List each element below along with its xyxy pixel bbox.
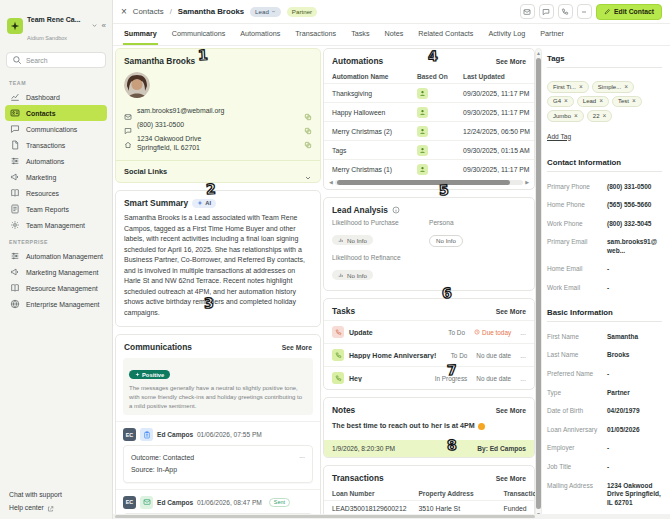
- sidebar-item-marketing[interactable]: Marketing: [5, 169, 107, 185]
- more-actions-button[interactable]: [577, 4, 592, 19]
- tab-communications[interactable]: Communications: [171, 25, 227, 45]
- vertical-scrollbar[interactable]: ▲ ▼: [535, 48, 542, 519]
- info-icon[interactable]: [392, 206, 400, 214]
- sidebar-item-automation-management[interactable]: Automation Management: [5, 248, 107, 264]
- col-header[interactable]: Transaction S: [496, 487, 535, 501]
- tab-notes[interactable]: Notes: [384, 25, 405, 45]
- tag-pill[interactable]: Test×: [612, 96, 642, 108]
- tab-summary[interactable]: Summary: [123, 25, 158, 45]
- scroll-up-icon[interactable]: ▲: [536, 49, 541, 57]
- note-text[interactable]: The best time to reach out to her is at …: [324, 419, 534, 440]
- tag-pill[interactable]: G4×: [547, 96, 574, 108]
- scrollbar-thumb[interactable]: [115, 515, 535, 518]
- tab-activity-log[interactable]: Activity Log: [487, 25, 526, 45]
- table-row[interactable]: Merry Christmas (1) 09/30/2025, 11:17 PM: [324, 160, 534, 179]
- close-icon[interactable]: ×: [121, 7, 127, 17]
- lead-status-pill[interactable]: Lead: [250, 7, 281, 17]
- remove-tag-icon[interactable]: ×: [603, 113, 607, 120]
- remove-tag-icon[interactable]: ×: [579, 84, 583, 91]
- breadcrumb-contacts[interactable]: Contacts: [133, 7, 164, 16]
- call-action-button[interactable]: [558, 4, 573, 19]
- sidebar-item-contacts[interactable]: Contacts: [5, 105, 107, 121]
- profile-address: 1234 Oakwood Drive Springfield, IL 62701: [137, 134, 299, 153]
- field-value: -: [607, 463, 662, 471]
- tab-transactions[interactable]: Transactions: [294, 25, 337, 45]
- remove-tag-icon[interactable]: ×: [564, 98, 568, 105]
- more-menu-icon[interactable]: ...: [520, 375, 526, 382]
- transactions-see-more[interactable]: See More: [496, 475, 526, 482]
- tag-pill[interactable]: First Ti...×: [547, 81, 589, 93]
- field-label: Primary Email: [547, 238, 603, 255]
- col-header[interactable]: Based On: [409, 70, 455, 84]
- tag-pill[interactable]: Simple...×: [592, 81, 634, 93]
- call-log-icon: [140, 428, 153, 441]
- col-header[interactable]: Property Address: [410, 487, 495, 501]
- remove-tag-icon[interactable]: ×: [574, 113, 578, 120]
- copy-icon[interactable]: [304, 135, 312, 143]
- tab-automations[interactable]: Automations: [239, 25, 281, 45]
- task-row[interactable]: Happy Home Anniversary! To Do No due dat…: [324, 343, 534, 366]
- sidebar-item-marketing-management[interactable]: Marketing Management: [5, 264, 107, 280]
- sidebar-item-dashboard[interactable]: Dashboard: [5, 89, 107, 105]
- profile-phone[interactable]: (800) 331-0500: [137, 120, 299, 129]
- task-row[interactable]: Update To Do Due today ...: [324, 320, 534, 343]
- horizontal-scrollbar[interactable]: ◀ ▶: [324, 178, 534, 189]
- page-horizontal-scrollbar[interactable]: [113, 514, 670, 519]
- copy-icon[interactable]: [304, 121, 312, 129]
- tab-partner[interactable]: Partner: [539, 25, 565, 45]
- avatar: EC: [123, 428, 136, 441]
- remove-tag-icon[interactable]: ×: [624, 84, 628, 91]
- task-row[interactable]: Hey In Progress No due date ...: [324, 366, 534, 389]
- remove-tag-icon[interactable]: ×: [599, 98, 603, 105]
- communications-see-more[interactable]: See More: [282, 344, 312, 351]
- more-menu-icon[interactable]: ...: [520, 352, 526, 359]
- sidebar-item-resources[interactable]: Resources: [5, 185, 107, 201]
- col-header[interactable]: Automation Name: [324, 70, 409, 84]
- comm-source: Source: In-App: [131, 464, 305, 476]
- chevron-down-icon[interactable]: [91, 22, 98, 31]
- copy-icon[interactable]: [304, 107, 312, 115]
- email-action-button[interactable]: [520, 4, 535, 19]
- tasks-see-more[interactable]: See More: [496, 308, 526, 315]
- comm-detail-card[interactable]: ... Outcome: Contacted Source: In-App: [123, 445, 313, 482]
- sidebar-item-enterprise-management[interactable]: Enterprise Management: [5, 296, 107, 312]
- scroll-left-icon[interactable]: ◀: [329, 180, 333, 185]
- table-row[interactable]: Happy Halloween 09/30/2025, 11:17 PM: [324, 103, 534, 122]
- message-action-button[interactable]: [539, 4, 554, 19]
- col-header[interactable]: Last Updated: [455, 70, 534, 84]
- workspace-switcher[interactable]: Team Rene Ca... Aidium Sandbox «: [0, 0, 112, 50]
- scrollbar-thumb[interactable]: [536, 58, 541, 509]
- notes-see-more[interactable]: See More: [496, 407, 526, 414]
- edit-contact-button[interactable]: Edit Contact: [596, 4, 662, 20]
- sidebar-item-team-reports[interactable]: Team Reports: [5, 201, 107, 217]
- more-menu-icon[interactable]: ...: [299, 452, 305, 459]
- more-menu-icon[interactable]: ...: [520, 329, 526, 336]
- search-input[interactable]: [26, 57, 96, 64]
- table-row[interactable]: Tags 09/30/2025, 01:15 AM: [324, 141, 534, 160]
- sidebar-item-resource-management[interactable]: Resource Management: [5, 280, 107, 296]
- add-tag-link[interactable]: Add Tag: [547, 133, 662, 140]
- remove-tag-icon[interactable]: ×: [632, 98, 636, 105]
- sidebar-item-team-management[interactable]: Team Management: [5, 217, 107, 233]
- tab-related-contacts[interactable]: Related Contacts: [417, 25, 474, 45]
- table-row[interactable]: Merry Christmas (2) 12/24/2025, 06:50 PM: [324, 122, 534, 141]
- sparkle-icon: [135, 372, 140, 377]
- tab-tasks[interactable]: Tasks: [350, 25, 370, 45]
- chat-with-support-link[interactable]: Chat with support: [9, 491, 103, 498]
- sidebar-item-automations[interactable]: Automations: [5, 153, 107, 169]
- col-header[interactable]: Loan Number: [324, 487, 410, 501]
- table-row[interactable]: Thanksgiving 09/30/2025, 11:17 PM: [324, 84, 534, 103]
- tag-pill[interactable]: Lead×: [577, 96, 609, 108]
- sidebar-item-transactions[interactable]: Transactions: [5, 137, 107, 153]
- sidebar-item-communications[interactable]: Communications: [5, 121, 107, 137]
- automations-see-more[interactable]: See More: [496, 58, 526, 65]
- scroll-right-icon[interactable]: ▶: [525, 180, 529, 185]
- sidebar-search[interactable]: [6, 52, 106, 68]
- tag-pill[interactable]: Jumbo×: [547, 110, 584, 122]
- edit-contact-label: Edit Contact: [614, 8, 654, 15]
- tag-pill[interactable]: 22×: [587, 110, 612, 122]
- help-center-link[interactable]: Help center: [9, 504, 103, 511]
- social-links-toggle[interactable]: Social Links: [116, 160, 320, 182]
- profile-email[interactable]: sam.brooks91@webmail.org: [137, 106, 299, 115]
- sidebar-collapse-icon[interactable]: «: [102, 22, 106, 30]
